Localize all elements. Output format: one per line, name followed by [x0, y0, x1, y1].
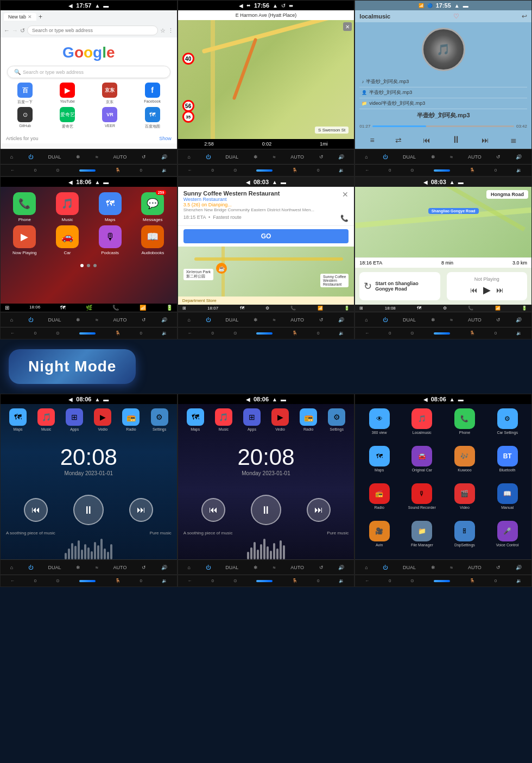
night3-voicecontrol[interactable]: 🎤 Voice Control [487, 521, 527, 555]
nav2-menu-icon[interactable]: ▬ [458, 179, 464, 185]
next-icon[interactable]: ⏭ [482, 136, 489, 144]
night2-music[interactable]: 🎵 Music [215, 408, 232, 431]
temp-slider[interactable] [79, 332, 96, 335]
night3-up-icon[interactable]: ▲ [449, 396, 455, 402]
carplay-leaf-icon[interactable]: 🌿 [86, 305, 92, 311]
vol-down-btn[interactable]: 🔉 [516, 168, 522, 173]
snow-btn[interactable]: ❄ [76, 154, 80, 160]
nav2-back-icon[interactable]: ◀ [423, 179, 428, 185]
night1-vedio[interactable]: ▶ Vedio [94, 408, 111, 431]
go-button[interactable]: GO [183, 229, 349, 243]
night3-radio[interactable]: 📻 Radio [359, 483, 399, 518]
seat-btn[interactable]: 🪑 [115, 168, 121, 173]
night3-originalcar[interactable]: 🚘 Original Car [402, 446, 442, 480]
music-item-3[interactable]: 📁 video/半壶纱_刘珂矣.mp3 [359, 98, 527, 109]
nav1-back-icon[interactable]: ◀ [239, 3, 243, 9]
curve-btn[interactable]: ↺ [496, 154, 501, 160]
night1-menu-icon[interactable]: ▬ [103, 396, 109, 402]
night3-back-icon[interactable]: ◀ [423, 396, 428, 402]
night2-settings[interactable]: ⚙ Settings [328, 408, 345, 431]
vol-down-btn[interactable]: 🔉 [162, 168, 167, 173]
night3-filemanager[interactable]: 📁 File Manager [402, 521, 442, 555]
music-up-icon[interactable]: ▲ [454, 3, 460, 9]
add-tab-icon[interactable]: + [39, 13, 42, 21]
carplay-podcasts[interactable]: 🎙 Podcasts [90, 225, 130, 255]
chrome-tab[interactable]: New tab ✕ [4, 13, 36, 21]
power-btn[interactable]: ⏻ [28, 317, 33, 323]
night3-dspsettings[interactable]: 🎚 DspSettings [445, 521, 485, 555]
vol-down-btn[interactable]: 🔉 [162, 331, 167, 336]
fan-btn[interactable]: ≈ [96, 317, 98, 323]
app-icon[interactable]: ⚙ [443, 306, 447, 311]
temp-slider[interactable] [434, 580, 450, 582]
temp-slider[interactable] [256, 580, 273, 582]
dual-btn[interactable]: DUAL [48, 317, 61, 323]
shortcut-jd[interactable]: 京东 京东 [90, 83, 130, 105]
vol-btn[interactable]: 🔊 [516, 154, 522, 160]
shuffle-icon[interactable]: ⇄ [395, 136, 402, 144]
carplay-up-icon[interactable]: ▲ [94, 179, 100, 185]
night1-apps[interactable]: ⊞ Apps [66, 408, 83, 431]
music-item-1[interactable]: ♪ 半壶纱_刘珂矣.mp3 [359, 77, 527, 87]
music-menu-icon[interactable]: ▬ [463, 3, 468, 9]
back-btn2[interactable]: ← [10, 168, 15, 173]
dual-btn[interactable]: DUAL [403, 154, 416, 160]
app-icon[interactable]: ⚙ [265, 306, 269, 311]
fan-btn[interactable]: ≈ [96, 154, 98, 160]
night3-carsettings[interactable]: ⚙ Car Settings [487, 408, 527, 443]
night1-pause-btn[interactable]: ⏸ [73, 495, 104, 525]
seat-btn[interactable]: 🪑 [470, 168, 475, 173]
vol-btn[interactable]: 🔊 [338, 154, 344, 160]
night3-manual[interactable]: 📖 Manual [487, 483, 527, 518]
night1-next-btn[interactable]: ⏭ [129, 498, 153, 522]
pause-icon[interactable]: ⏸ [451, 134, 461, 146]
music-heart-icon[interactable]: ♡ [453, 12, 459, 20]
night3-360view[interactable]: 👁 360 view [359, 408, 399, 443]
night3-soundrecorder[interactable]: 🎙 Sound Recorder [402, 483, 442, 518]
phone-icon[interactable]: 📞 [290, 306, 296, 311]
music-progress-bar[interactable]: 01:27 03:42 [355, 122, 531, 131]
shortcut-youtube[interactable]: ▶ YouTube [47, 83, 87, 105]
night2-apps[interactable]: ⊞ Apps [243, 408, 261, 431]
carplay-messages[interactable]: 💬 259 Messages [133, 192, 173, 222]
carplay-music[interactable]: 🎵 Music [48, 192, 87, 222]
nav2-up-icon[interactable]: ▲ [449, 179, 455, 185]
shortcut-veer[interactable]: VR VEER [90, 107, 130, 129]
home-btn[interactable]: ⌂ [187, 154, 190, 160]
close-map-btn[interactable]: ✕ [343, 22, 352, 31]
night1-music[interactable]: 🎵 Music [37, 408, 55, 431]
curve-btn[interactable]: ↺ [142, 317, 146, 323]
nav1-up-icon[interactable]: ▲ [273, 3, 278, 9]
night3-avin[interactable]: 🎥 Avin [359, 521, 399, 555]
poi-close-icon[interactable]: ✕ [342, 190, 349, 199]
snow-btn[interactable]: ❄ [431, 154, 435, 160]
prev-icon[interactable]: ⏮ [423, 136, 430, 144]
carplay-nowplaying[interactable]: ▶ Now Playing [5, 225, 45, 255]
grid-icon[interactable]: ⊞ [359, 306, 363, 311]
carplay-phone[interactable]: 📞 Phone [5, 192, 45, 222]
carplay-phone-icon[interactable]: 📞 [112, 305, 119, 311]
nav1-nav-icon[interactable]: ⬌ [246, 3, 251, 8]
home-btn[interactable]: ⌂ [10, 154, 13, 160]
temp-slider[interactable] [79, 580, 96, 582]
forward-icon[interactable]: → [12, 27, 18, 34]
shortcut-facebook[interactable]: f Facebook [132, 83, 172, 105]
night1-prev-btn[interactable]: ⏮ [24, 498, 48, 522]
night2-vedio[interactable]: ▶ Vedio [271, 408, 289, 431]
snow-btn[interactable]: ❄ [254, 154, 258, 160]
night3-menu-icon[interactable]: ▬ [458, 396, 464, 402]
seat-btn[interactable]: 🪑 [115, 331, 121, 336]
progress-track[interactable] [372, 125, 514, 127]
curve-btn[interactable]: ↺ [142, 154, 146, 160]
carplay-maps[interactable]: 🗺 Maps [90, 192, 130, 222]
home-btn[interactable]: ⌂ [10, 565, 13, 570]
power-btn[interactable]: ⏻ [383, 565, 388, 570]
back-btn2[interactable]: ← [10, 331, 15, 336]
night2-up-icon[interactable]: ▲ [272, 396, 277, 402]
night3-video[interactable]: 🎬 Video [445, 483, 485, 518]
shortcut-github[interactable]: ⊙ GitHub [5, 107, 45, 129]
auto-btn[interactable]: AUTO [290, 154, 304, 160]
music-back-icon[interactable]: ↩ [522, 12, 527, 20]
power-btn[interactable]: ⏻ [206, 565, 211, 570]
poi-phone-icon[interactable]: 📞 [340, 215, 349, 222]
